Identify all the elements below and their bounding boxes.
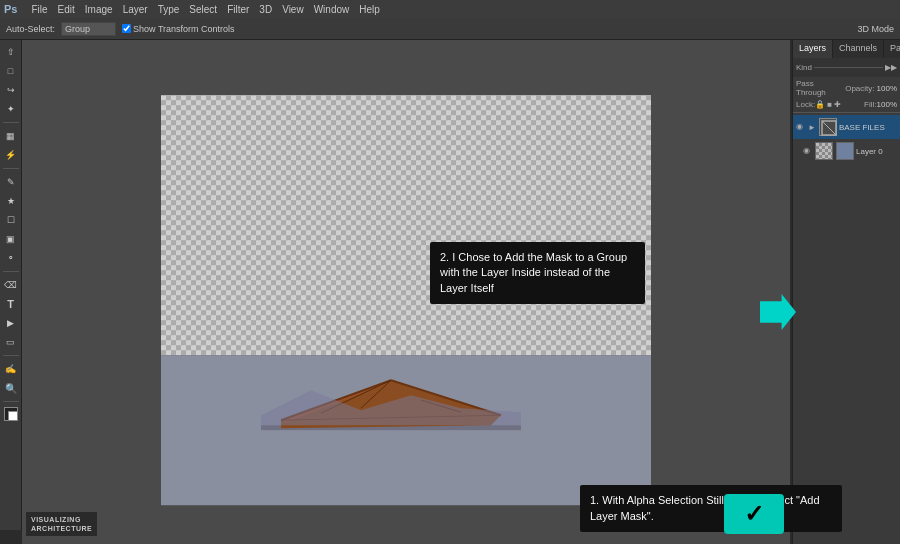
menu-help[interactable]: Help (359, 4, 380, 15)
menu-layer[interactable]: Layer (123, 4, 148, 15)
layer-name-base-files: BASE FILES (839, 123, 897, 132)
tooltip-callout-2: 2. I Chose to Add the Mask to a Group wi… (430, 242, 645, 304)
visibility-icon-base[interactable]: ◉ (796, 122, 806, 132)
brush-tool[interactable]: ✎ (3, 174, 19, 190)
svg-line-11 (822, 121, 836, 135)
opacity-label: Opacity: (845, 84, 874, 93)
check-icon: ✓ (744, 502, 764, 526)
foreground-color[interactable] (4, 407, 18, 421)
tool-divider-3 (3, 271, 19, 272)
lock-label: Lock: (796, 100, 815, 109)
brand-line2: ARCHITECTURE (31, 524, 92, 533)
tooltip-top-text: I Chose to Add the Mask to a Group with … (440, 251, 627, 294)
hand-tool[interactable]: ✍ (3, 361, 19, 377)
canvas-area (22, 40, 790, 544)
tooltip-top-number: 2. (440, 251, 449, 263)
panel-tabs: Layers Channels Paths (793, 40, 900, 58)
tool-divider-2 (3, 168, 19, 169)
eraser-tool[interactable]: ☐ (3, 212, 19, 228)
tab-channels[interactable]: Channels (833, 40, 884, 58)
arrow-right-icon (760, 294, 796, 330)
menu-view[interactable]: View (282, 4, 304, 15)
menu-3d[interactable]: 3D (259, 4, 272, 15)
panel-divider (793, 112, 900, 113)
layers-panel: Layers Channels Paths Kind ▶▶ Pass Throu… (792, 40, 900, 544)
image-region (161, 355, 651, 505)
layer-row-base-files[interactable]: ◉ ► BASE FILES (793, 115, 900, 139)
lock-fill-row: Lock: 🔒 ■ ✚ Fill: 100% (793, 99, 900, 110)
menu-edit[interactable]: Edit (58, 4, 75, 15)
menu-bar: Ps File Edit Image Layer Type Select Fil… (0, 0, 900, 18)
pen-tool[interactable]: ⌫ (3, 277, 19, 293)
stamp-tool[interactable]: ★ (3, 193, 19, 209)
menu-filter[interactable]: Filter (227, 4, 249, 15)
type-tool[interactable]: T (3, 296, 19, 312)
zoom-tool[interactable]: 🔍 (3, 380, 19, 396)
menu-window[interactable]: Window (314, 4, 350, 15)
layer-row-layer0[interactable]: ◉ Layer 0 (793, 139, 900, 163)
eyedropper-tool[interactable]: ⚡ (3, 147, 19, 163)
brand-line1: VISUALIZING (31, 515, 92, 524)
filter-icons[interactable]: ▶▶ (885, 63, 897, 72)
menu-file[interactable]: File (31, 4, 47, 15)
menu-image[interactable]: Image (85, 4, 113, 15)
lasso-tool[interactable]: ↪ (3, 82, 19, 98)
opacity-value[interactable]: 100% (877, 84, 897, 93)
layer-filter-row: Kind ▶▶ (793, 58, 900, 77)
confirm-button[interactable]: ✓ (724, 494, 784, 534)
visibility-icon-layer0[interactable]: ◉ (803, 146, 813, 156)
tool-divider-5 (3, 401, 19, 402)
select-tool[interactable]: □ (3, 63, 19, 79)
tooltip-callout-1: 1. With Alpha Selection Still Active, Se… (580, 485, 842, 532)
menu-select[interactable]: Select (189, 4, 217, 15)
autoselect-label: Auto-Select: (6, 24, 55, 34)
layer-name-layer0: Layer 0 (856, 147, 897, 156)
dodge-tool[interactable]: ⚬ (3, 250, 19, 266)
tool-divider-4 (3, 355, 19, 356)
group-expand-icon[interactable]: ► (808, 123, 816, 132)
fill-value[interactable]: 100% (877, 100, 897, 109)
move-tool[interactable]: ⇧ (3, 44, 19, 60)
options-bar: Auto-Select: Show Transform Controls 3D … (0, 18, 900, 40)
lock-icons[interactable]: 🔒 ■ ✚ (815, 100, 841, 109)
layer-thumbnail-base (819, 118, 837, 136)
autoselect-dropdown[interactable] (61, 22, 116, 36)
transparent-region (161, 95, 651, 355)
tooltip-bottom-text: With Alpha Selection Still Active, Selec… (590, 494, 820, 521)
architecture-image (261, 370, 521, 450)
tooltip-bottom-number: 1. (590, 494, 599, 506)
shape-tool[interactable]: ▭ (3, 334, 19, 350)
3d-mode-label: 3D Mode (857, 24, 894, 34)
transform-controls-toggle[interactable]: Show Transform Controls (122, 24, 235, 34)
tools-panel: ⇧ □ ↪ ✦ ▦ ⚡ ✎ ★ ☐ ▣ ⚬ ⌫ T ▶ ▭ ✍ 🔍 (0, 40, 22, 530)
app-logo: Ps (4, 3, 17, 15)
menu-type[interactable]: Type (158, 4, 180, 15)
magic-wand-tool[interactable]: ✦ (3, 101, 19, 117)
blend-mode-value[interactable]: Pass Through (796, 79, 841, 97)
layer-mask-thumbnail-layer0 (836, 142, 854, 160)
blend-mode-row: Pass Through Opacity: 100% (793, 77, 900, 99)
fill-label: Fill: (864, 100, 876, 109)
tab-layers[interactable]: Layers (793, 40, 833, 58)
cyan-arrow (760, 294, 796, 330)
path-select-tool[interactable]: ▶ (3, 315, 19, 331)
tab-paths[interactable]: Paths (884, 40, 900, 58)
brand-watermark: VISUALIZING ARCHITECTURE (26, 512, 97, 536)
kind-filter-label: Kind (796, 63, 812, 72)
crop-tool[interactable]: ▦ (3, 128, 19, 144)
tool-divider-1 (3, 122, 19, 123)
gradient-tool[interactable]: ▣ (3, 231, 19, 247)
layer-thumbnail-layer0 (815, 142, 833, 160)
